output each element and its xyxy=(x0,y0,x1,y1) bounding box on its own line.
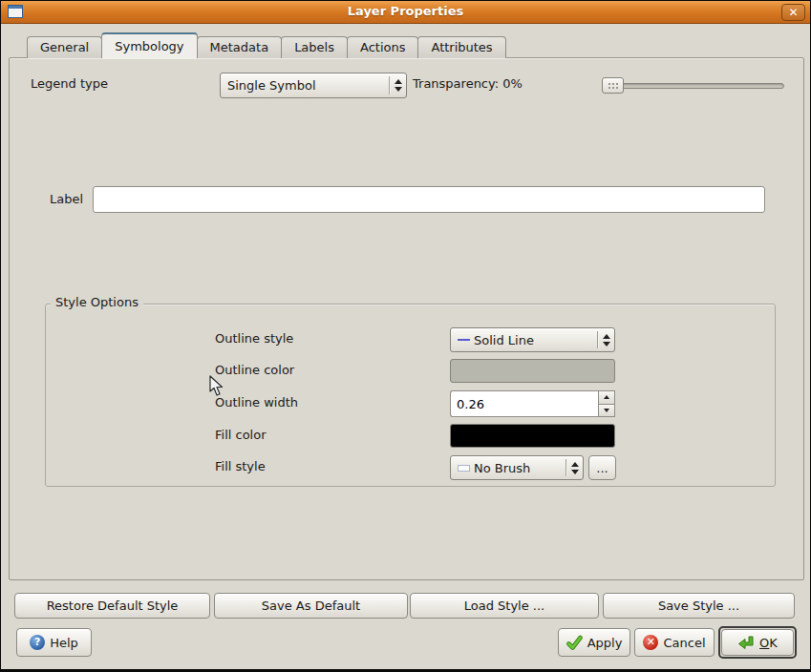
ok-button-default-ring: OK xyxy=(718,626,797,659)
tab-general[interactable]: General xyxy=(27,36,102,58)
save-as-default-button[interactable]: Save As Default xyxy=(214,593,408,619)
fill-style-more-button[interactable]: ... xyxy=(588,455,616,480)
titlebar[interactable]: Layer Properties ✕ xyxy=(1,1,810,24)
enter-arrow-icon xyxy=(737,635,755,651)
combo-updown-icon xyxy=(598,334,614,346)
label-label: Label xyxy=(50,192,83,206)
fill-style-combobox[interactable]: No Brush xyxy=(450,455,584,480)
tab-attributes[interactable]: Attributes xyxy=(417,36,505,58)
window-title: Layer Properties xyxy=(1,4,810,18)
outline-color-label: Outline color xyxy=(215,363,294,377)
legend-type-combobox[interactable]: Single Symbol xyxy=(220,73,407,98)
help-icon: ? xyxy=(30,635,45,650)
legend-type-value: Single Symbol xyxy=(227,78,389,93)
layer-properties-dialog: Layer Properties ✕ General Symbology Met… xyxy=(0,0,811,672)
combo-updown-icon xyxy=(566,462,583,474)
outline-width-label: Outline width xyxy=(215,395,298,410)
fill-color-button[interactable] xyxy=(450,424,615,448)
style-options-group: Style Options Outline style Solid Line O… xyxy=(45,304,776,487)
close-icon[interactable]: ✕ xyxy=(781,4,805,21)
spin-down-icon[interactable] xyxy=(598,405,615,418)
cancel-x-icon: ✕ xyxy=(643,635,658,650)
legend-type-label: Legend type xyxy=(31,76,108,91)
fill-style-value: No Brush xyxy=(474,461,566,475)
apply-button[interactable]: Apply xyxy=(558,628,630,657)
restore-default-style-button[interactable]: Restore Default Style xyxy=(14,593,210,619)
save-style-button[interactable]: Save Style ... xyxy=(603,593,795,619)
outline-color-button[interactable] xyxy=(450,359,615,383)
tab-symbology[interactable]: Symbology xyxy=(101,32,197,58)
checkmark-icon xyxy=(566,635,583,651)
outline-style-value: Solid Line xyxy=(474,333,597,347)
apply-label: Apply xyxy=(587,636,623,650)
spin-up-icon[interactable] xyxy=(598,390,615,405)
tab-bar: General Symbology Metadata Labels Action… xyxy=(27,35,505,58)
tab-actions[interactable]: Actions xyxy=(347,36,419,58)
load-style-button[interactable]: Load Style ... xyxy=(410,593,599,619)
ok-label: OK xyxy=(759,636,778,650)
symbology-tab-page: Legend type Single Symbol Transparency: … xyxy=(9,57,804,580)
slider-handle[interactable] xyxy=(602,77,624,94)
cancel-label: Cancel xyxy=(663,636,705,650)
outline-style-label: Outline style xyxy=(215,331,293,346)
outline-style-combobox[interactable]: Solid Line xyxy=(450,327,615,352)
transparency-label: Transparency: 0% xyxy=(413,76,523,91)
style-options-title: Style Options xyxy=(51,295,143,309)
fill-style-label: Fill style xyxy=(215,459,266,473)
slider-track[interactable] xyxy=(602,83,784,89)
tab-metadata[interactable]: Metadata xyxy=(197,36,283,58)
combo-updown-icon xyxy=(390,79,406,92)
cancel-button[interactable]: ✕ Cancel xyxy=(634,628,715,657)
no-brush-icon xyxy=(458,465,470,472)
help-button[interactable]: ? Help xyxy=(16,628,92,657)
solid-line-icon xyxy=(458,339,470,341)
help-label: Help xyxy=(50,636,78,650)
tab-labels[interactable]: Labels xyxy=(281,36,348,58)
outline-width-spinner xyxy=(450,390,615,417)
transparency-slider[interactable] xyxy=(602,77,784,94)
fill-color-label: Fill color xyxy=(215,428,267,442)
ok-button[interactable]: OK xyxy=(721,629,794,656)
label-input[interactable] xyxy=(93,186,765,213)
outline-width-input[interactable] xyxy=(450,390,598,417)
